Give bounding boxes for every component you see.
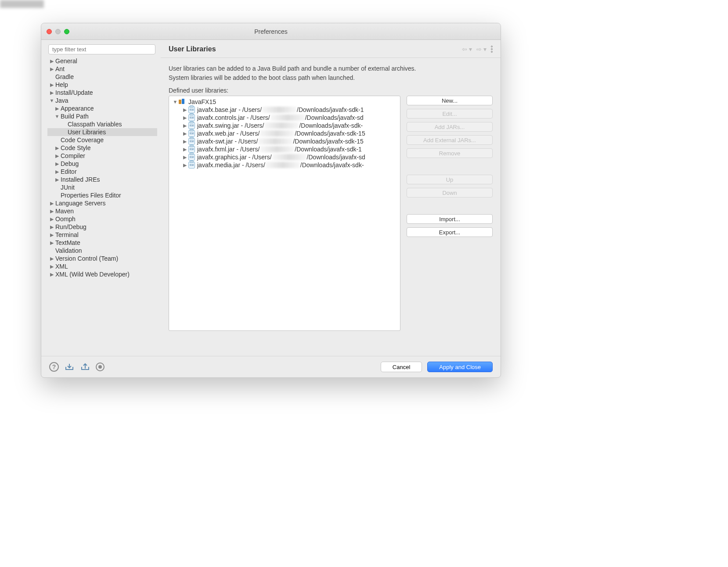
jar-node[interactable]: ▶javafx.controls.jar - /Users//Downloads… (169, 114, 400, 122)
library-icon (179, 99, 187, 105)
tree-item[interactable]: ▼Build Path (47, 112, 157, 120)
apply-and-close-button[interactable]: Apply and Close (427, 362, 493, 372)
defined-libraries-label: Defined user libraries: (169, 87, 493, 94)
tree-item[interactable]: ▶Maven (47, 207, 157, 215)
tree-item[interactable]: ▶TextMate (47, 239, 157, 247)
chevron-right-icon[interactable]: ▶ (182, 123, 187, 129)
dialog-footer: ? Cancel Apply and Close (41, 356, 501, 377)
tree-item-label: XML (55, 263, 68, 270)
tree-item[interactable]: ▶Code Style (47, 144, 157, 152)
jar-node[interactable]: ▶javafx.base.jar - /Users//Downloads/jav… (169, 106, 400, 114)
new-button[interactable]: New... (407, 96, 493, 105)
tree-item-label: Classpath Variables (68, 121, 122, 128)
jar-label-suffix: /Downloads/javafx-sdk-15 (293, 138, 363, 145)
chevron-right-icon[interactable]: ▶ (182, 107, 187, 113)
tree-item[interactable]: ▶Installed JREs (47, 176, 157, 183)
tree-item[interactable]: ▶Editor (47, 168, 157, 176)
redacted-text (264, 122, 299, 129)
tree-item[interactable]: ▶Install/Update (47, 89, 157, 97)
tree-item-label: TextMate (55, 239, 80, 246)
tree-item-label: Install/Update (55, 89, 93, 96)
tree-item-label: Run/Debug (55, 223, 86, 230)
tree-item[interactable]: ▶Oomph (47, 215, 157, 223)
add-jars-button[interactable]: Add JARs... (407, 122, 493, 132)
disclosure-down-icon[interactable]: ▼ (173, 99, 178, 104)
tree-item[interactable]: Code Coverage (47, 136, 157, 144)
edit-button[interactable]: Edit... (407, 109, 493, 118)
tree-item[interactable]: ▶Help (47, 81, 157, 89)
view-menu-icon[interactable] (491, 46, 493, 53)
tree-item[interactable]: ▶Ant (47, 65, 157, 73)
tree-item-label: JUnit (61, 184, 75, 191)
preferences-tree[interactable]: ▶General▶AntGradle▶Help▶Install/Update▼J… (47, 57, 157, 278)
tree-item[interactable]: Properties Files Editor (47, 191, 157, 199)
tree-item[interactable]: ▶Terminal (47, 231, 157, 239)
minimize-window-button[interactable] (55, 29, 61, 34)
jar-node[interactable]: ▶javafx.media.jar - /Users//Downloads/ja… (169, 161, 400, 169)
jar-node[interactable]: ▶javafx-swt.jar - /Users//Downloads/java… (169, 137, 400, 145)
chevron-right-icon[interactable]: ▶ (182, 115, 187, 121)
chevron-right-icon[interactable]: ▶ (182, 162, 187, 168)
main-header: User Libraries ⇦ ▾ ⇨ ▾ (161, 40, 501, 58)
tree-item-label: Language Servers (55, 200, 105, 207)
tree-item[interactable]: Gradle (47, 73, 157, 81)
chevron-right-icon: ▶ (49, 201, 54, 206)
redacted-text (259, 130, 295, 136)
tree-item[interactable]: ▶Appearance (47, 104, 157, 112)
library-name: JavaFX15 (188, 98, 216, 105)
library-tree[interactable]: ▼ JavaFX15 ▶javafx.base.jar - /Users//Do… (169, 96, 400, 331)
chevron-right-icon[interactable]: ▶ (182, 154, 187, 160)
tree-item[interactable]: ▼Java (47, 97, 157, 104)
tree-item[interactable]: ▶Compiler (47, 152, 157, 160)
tree-item[interactable]: ▶Version Control (Team) (47, 255, 157, 262)
tree-item[interactable]: ▶Run/Debug (47, 223, 157, 231)
tree-item[interactable]: ▶XML (Wild Web Developer) (47, 270, 157, 278)
jar-node[interactable]: ▶javafx.web.jar - /Users//Downloads/java… (169, 129, 400, 137)
close-window-button[interactable] (47, 29, 52, 34)
library-node[interactable]: ▼ JavaFX15 (169, 98, 400, 106)
nav-back-icon[interactable]: ⇦ ▾ (462, 46, 472, 53)
filter-input[interactable] (48, 44, 155, 54)
page-background-shadow (0, 0, 44, 8)
titlebar: Preferences (41, 23, 501, 40)
tree-item[interactable]: ▶General (47, 57, 157, 65)
tree-item[interactable]: JUnit (47, 183, 157, 191)
chevron-right-icon[interactable]: ▶ (182, 139, 187, 144)
up-button[interactable]: Up (407, 175, 493, 184)
down-button[interactable]: Down (407, 188, 493, 197)
import-button[interactable]: Import... (407, 214, 493, 224)
jar-node[interactable]: ▶javafx.swing.jar - /Users//Downloads/ja… (169, 122, 400, 129)
window-controls (47, 29, 69, 34)
tree-item[interactable]: ▶XML (47, 262, 157, 270)
tree-item[interactable]: Classpath Variables (47, 120, 157, 128)
jar-node[interactable]: ▶javafx.graphics.jar - /Users//Downloads… (169, 153, 400, 161)
jar-label-prefix: javafx.fxml.jar - /Users/ (197, 146, 259, 153)
tree-item[interactable]: Validation (47, 247, 157, 255)
redacted-text (259, 146, 295, 152)
tree-item[interactable]: ▶Language Servers (47, 199, 157, 207)
maximize-window-button[interactable] (64, 29, 69, 34)
cancel-button[interactable]: Cancel (381, 362, 422, 372)
export-prefs-icon[interactable] (80, 362, 90, 371)
add-external-jars-button[interactable]: Add External JARs... (407, 135, 493, 145)
oomph-record-icon[interactable] (96, 362, 105, 371)
library-area: ▼ JavaFX15 ▶javafx.base.jar - /Users//Do… (169, 96, 493, 331)
jar-node[interactable]: ▶javafx.fxml.jar - /Users//Downloads/jav… (169, 145, 400, 153)
import-prefs-icon[interactable] (64, 362, 75, 371)
chevron-right-icon: ▶ (54, 169, 60, 175)
jar-label-suffix: /Downloads/javafx-sdk-1 (295, 146, 362, 153)
chevron-right-icon[interactable]: ▶ (182, 147, 187, 152)
tree-item[interactable]: User Libraries (47, 128, 157, 136)
export-button[interactable]: Export... (407, 227, 493, 237)
remove-button[interactable]: Remove (407, 148, 493, 158)
page-title: User Libraries (169, 45, 462, 53)
chevron-right-icon[interactable]: ▶ (182, 131, 187, 136)
tree-item[interactable]: ▶Debug (47, 160, 157, 168)
redacted-text (265, 162, 300, 168)
jar-label-prefix: javafx.controls.jar - /Users/ (197, 114, 270, 121)
tree-item-label: Version Control (Team) (55, 255, 118, 262)
jar-label-prefix: javafx-swt.jar - /Users/ (197, 138, 258, 145)
nav-forward-icon[interactable]: ⇨ ▾ (476, 46, 487, 53)
chevron-right-icon: ▶ (49, 82, 54, 88)
help-icon[interactable]: ? (49, 362, 59, 372)
